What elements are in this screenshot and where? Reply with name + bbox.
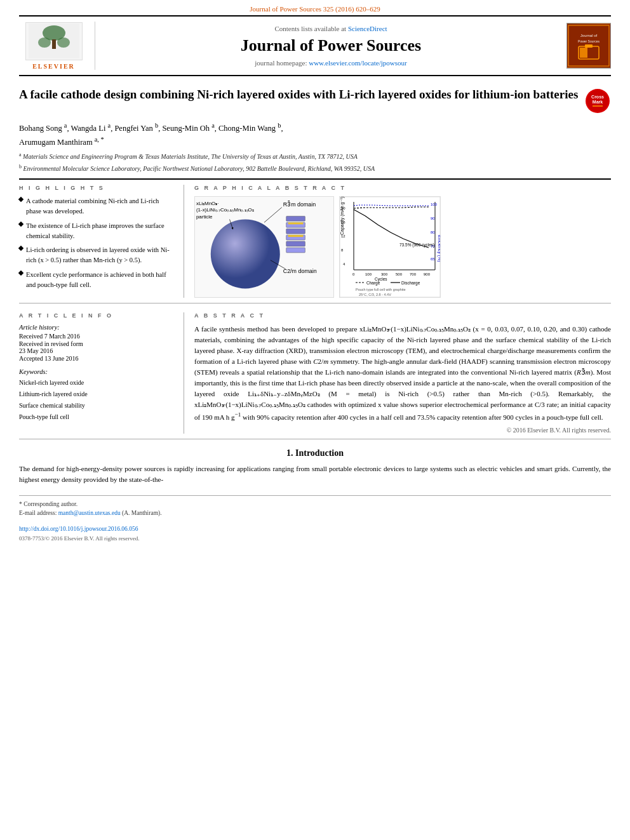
received-date: Received 7 March 2016 bbox=[19, 333, 173, 340]
svg-rect-10 bbox=[580, 48, 587, 58]
ga-diagram: R3̄m domain bbox=[194, 196, 334, 298]
keyword-2: Lithium-rich layered oxide bbox=[19, 389, 173, 400]
highlight-item-4: Excellent cycle performance is achieved … bbox=[19, 270, 173, 291]
ga-chart: Capacity (mAh g⁻¹) Efficiency (%) 20 16 … bbox=[339, 196, 441, 298]
svg-text:90: 90 bbox=[431, 217, 435, 220]
svg-rect-2 bbox=[52, 39, 56, 49]
section-divider-2 bbox=[19, 439, 611, 439]
accepted-date: Accepted 13 June 2016 bbox=[19, 355, 173, 362]
abstract-text: A facile synthesis method has been devel… bbox=[194, 324, 611, 423]
email-suffix: (A. Manthiram). bbox=[122, 510, 162, 516]
revised-date: Received in revised form23 May 2016 bbox=[19, 340, 173, 354]
elsevier-label: ELSEVIER bbox=[32, 63, 75, 70]
intro-text: The demand for high-energy-density power… bbox=[19, 463, 611, 485]
journal-citation: Journal of Power Sources 325 (2016) 620–… bbox=[250, 5, 380, 13]
journal-bar: Journal of Power Sources 325 (2016) 620–… bbox=[0, 0, 630, 15]
svg-text:20: 20 bbox=[341, 206, 345, 210]
author-last: Arumugam Manthiram a, * bbox=[19, 138, 104, 147]
svg-text:25°C, C/3, 2.8 - 4.4V: 25°C, C/3, 2.8 - 4.4V bbox=[359, 293, 391, 297]
particle-diagram-svg: R3̄m domain bbox=[195, 197, 333, 297]
svg-point-19 bbox=[211, 219, 280, 288]
doi-link[interactable]: http://dx.doi.org/10.1016/j.jpowsour.201… bbox=[19, 526, 138, 532]
svg-text:C2/m domain: C2/m domain bbox=[283, 268, 317, 274]
svg-text:500: 500 bbox=[396, 272, 403, 276]
bullet-icon bbox=[18, 270, 23, 275]
svg-rect-11 bbox=[585, 44, 593, 48]
svg-text:Journal of: Journal of bbox=[580, 34, 598, 37]
abstract-heading: A B S T R A C T bbox=[194, 312, 611, 319]
affiliations-section: a Materials Science and Engineering Prog… bbox=[19, 151, 611, 173]
email-link[interactable]: manth@austin.utexas.edu bbox=[58, 510, 121, 516]
highlight-item-2: The existence of Li-rich phase improves … bbox=[19, 221, 173, 242]
two-col-highlights: H I G H L I G H T S A cathode material c… bbox=[19, 185, 611, 298]
author-1: Bohang Song a, Wangda Li a, Pengfei Yan … bbox=[19, 124, 283, 133]
keywords-group: Keywords: Nickel-rich layered oxide Lith… bbox=[19, 368, 173, 423]
email-label: E-mail address: bbox=[19, 510, 57, 516]
svg-text:Mark: Mark bbox=[593, 100, 603, 104]
bullet-icon bbox=[18, 221, 23, 226]
svg-text:65: 65 bbox=[431, 257, 435, 261]
keywords-label: Keywords: bbox=[19, 368, 173, 375]
paper-title-section: A facile cathode design combining Ni-ric… bbox=[19, 86, 611, 114]
contents-line: Contents lists available at ScienceDirec… bbox=[108, 25, 554, 32]
svg-point-3 bbox=[38, 37, 51, 48]
svg-text:Capacity (mAh g⁻¹): Capacity (mAh g⁻¹) bbox=[340, 197, 345, 235]
main-divider bbox=[19, 178, 611, 180]
svg-text:Charge: Charge bbox=[366, 281, 380, 286]
svg-text:73.5% (900 cycles): 73.5% (900 cycles) bbox=[399, 243, 434, 248]
paper-title-row: A facile cathode design combining Ni-ric… bbox=[19, 86, 611, 114]
graphical-abstract-heading: G R A P H I C A L A B S T R A C T bbox=[194, 185, 611, 191]
footer-section: * Corresponding author. E-mail address: … bbox=[19, 495, 611, 542]
highlights-list: A cathode material combining Ni-rich and… bbox=[19, 196, 173, 290]
highlight-item-1: A cathode material combining Ni-rich and… bbox=[19, 196, 173, 217]
abstract-col: A B S T R A C T A facile synthesis metho… bbox=[184, 312, 611, 434]
intro-heading: 1. Introduction bbox=[19, 448, 611, 458]
svg-rect-24 bbox=[286, 241, 305, 246]
keyword-1: Nickel-rich layered oxide bbox=[19, 377, 173, 389]
svg-text:80: 80 bbox=[431, 230, 435, 234]
copyright-line: © 2016 Elsevier B.V. All rights reserved… bbox=[194, 427, 611, 434]
svg-text:(1-x)LiNi₀.₇Co₀.₁₅Mn₀.₁₅O₂: (1-x)LiNi₀.₇Co₀.₁₅Mn₀.₁₅O₂ bbox=[196, 206, 254, 212]
svg-point-4 bbox=[57, 37, 70, 48]
graphical-abstract-col: G R A P H I C A L A B S T R A C T R3̄m d… bbox=[184, 185, 611, 298]
svg-text:xLi₂MnO₃·: xLi₂MnO₃· bbox=[196, 201, 218, 206]
svg-text:100: 100 bbox=[431, 203, 438, 206]
highlights-col: H I G H L I G H T S A cathode material c… bbox=[19, 185, 184, 298]
paper-title: A facile cathode design combining Ni-ric… bbox=[19, 86, 579, 103]
section-divider-1 bbox=[19, 303, 611, 303]
authors-section: Bohang Song a, Wangda Li a, Pengfei Yan … bbox=[19, 121, 611, 149]
crossmark-icon: Cross Mark bbox=[586, 89, 610, 113]
issn-line: 0378-7753/© 2016 Elsevier B.V. All right… bbox=[19, 535, 611, 542]
sciencedirect-link[interactable]: ScienceDirect bbox=[348, 25, 387, 32]
svg-text:16: 16 bbox=[341, 220, 345, 224]
email-line: E-mail address: manth@austin.utexas.edu … bbox=[19, 509, 611, 517]
article-info-col: A R T I C L E I N F O Article history: R… bbox=[19, 312, 184, 434]
header-section: ELSEVIER Contents lists available at Sci… bbox=[19, 15, 611, 76]
highlight-item-3: Li-rich ordering is observed in layered … bbox=[19, 245, 173, 266]
elsevier-logo-box: ELSEVIER bbox=[19, 22, 95, 70]
keyword-4: Pouch-type full cell bbox=[19, 411, 173, 423]
article-history-group: Article history: Received 7 March 2016 R… bbox=[19, 324, 173, 362]
homepage-text: journal homepage: bbox=[255, 59, 307, 67]
svg-text:100: 100 bbox=[365, 272, 372, 276]
highlights-heading: H I G H L I G H T S bbox=[19, 185, 173, 191]
contents-text: Contents lists available at bbox=[274, 25, 346, 32]
affiliation-b: b Environmental Molecular Science Labora… bbox=[19, 163, 611, 173]
svg-rect-34 bbox=[340, 197, 440, 297]
svg-text:Discharge: Discharge bbox=[401, 281, 420, 286]
header-center: Contents lists available at ScienceDirec… bbox=[102, 22, 560, 70]
keywords-list: Nickel-rich layered oxide Lithium-rich l… bbox=[19, 377, 173, 423]
homepage-url[interactable]: www.elsevier.com/locate/jpowsour bbox=[309, 59, 406, 67]
svg-text:R3̄m domain: R3̄m domain bbox=[283, 201, 316, 208]
svg-text:particle: particle bbox=[196, 214, 213, 220]
svg-rect-27 bbox=[288, 235, 304, 237]
page-container: Journal of Power Sources 325 (2016) 620–… bbox=[0, 0, 630, 542]
homepage-line: journal homepage: www.elsevier.com/locat… bbox=[108, 59, 554, 67]
journal-logo-img: Journal of Power Sources bbox=[566, 23, 611, 69]
svg-text:Power Sources: Power Sources bbox=[578, 39, 600, 43]
cycle-chart-svg: Capacity (mAh g⁻¹) Efficiency (%) 20 16 … bbox=[340, 197, 440, 297]
crossmark-badge: Cross Mark bbox=[586, 89, 611, 114]
bullet-icon bbox=[18, 246, 23, 251]
svg-rect-22 bbox=[286, 229, 305, 234]
bullet-icon bbox=[18, 197, 23, 202]
